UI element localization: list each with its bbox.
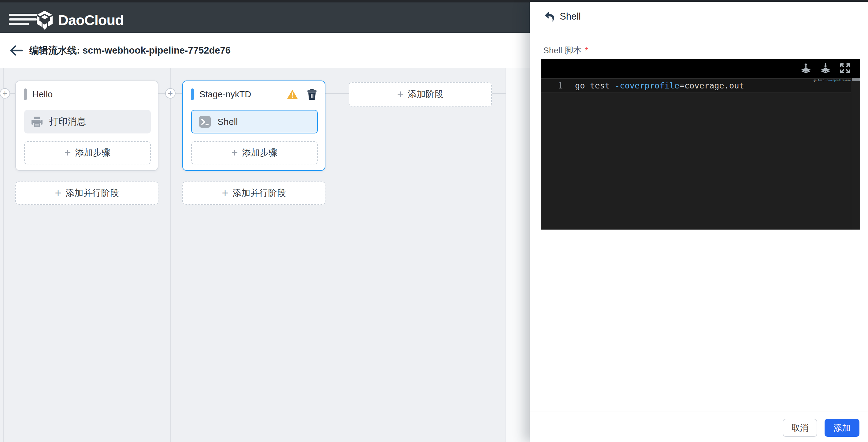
menu-icon[interactable]	[9, 11, 37, 27]
field-label: Shell 脚本*	[543, 45, 588, 56]
plus-icon: +	[64, 147, 71, 158]
fullscreen-icon[interactable]	[839, 62, 851, 74]
stage-name: Stage-nykTD	[199, 89, 251, 99]
title-bar: 编辑流水线: scm-webhook-pipeline-7752de76	[0, 33, 530, 68]
column-divider	[3, 68, 4, 442]
editor-scrollbar[interactable]	[851, 78, 860, 230]
upload-icon[interactable]	[800, 62, 812, 74]
step-label: 打印消息	[49, 115, 86, 128]
cancel-button[interactable]: 取消	[783, 419, 817, 437]
daocloud-cube-icon	[36, 11, 53, 30]
add-step-button[interactable]: + 添加步骤	[24, 141, 151, 165]
drawer-footer-divider	[530, 411, 868, 411]
insert-stage-before-button[interactable]: +	[0, 88, 10, 98]
add-parallel-stage-button[interactable]: + 添加并行阶段	[182, 181, 326, 205]
delete-stage-icon[interactable]	[307, 89, 317, 100]
stage-card-stage-nyktd[interactable]: Stage-nykTD	[182, 81, 326, 171]
step-shell[interactable]: Shell	[191, 110, 318, 134]
code-line[interactable]: 1 go test -coverprofile=coverage.out	[541, 79, 851, 92]
printer-icon	[31, 117, 42, 127]
required-mark: *	[585, 46, 588, 55]
add-button[interactable]: 添加	[825, 419, 860, 437]
plus-icon: +	[222, 188, 228, 199]
add-step-button[interactable]: + 添加步骤	[191, 141, 318, 165]
add-parallel-stage-button[interactable]: + 添加并行阶段	[15, 181, 158, 205]
scrollbar-thumb[interactable]	[852, 78, 860, 81]
plus-icon: +	[168, 89, 173, 98]
menu-bar	[9, 18, 37, 21]
add-stage-button[interactable]: + 添加阶段	[349, 82, 492, 107]
step-config-drawer: Shell Shell 脚本*	[530, 2, 868, 442]
pipeline-canvas: + + Hello 打印消息	[0, 68, 530, 442]
back-arrow-icon[interactable]	[9, 44, 24, 57]
stage-card-hello[interactable]: Hello 打印消息 + 添加步骤	[15, 81, 158, 171]
plus-icon: +	[397, 89, 403, 100]
plus-icon: +	[231, 147, 238, 158]
insert-stage-between-button[interactable]: +	[165, 88, 176, 98]
minimap[interactable]: go test -coverprofile=coverage.out	[813, 79, 851, 83]
stage-accent-bar	[191, 88, 194, 100]
shell-script-editor[interactable]: 1 go test -coverprofile=coverage.out go …	[541, 59, 860, 230]
menu-bar	[9, 14, 37, 16]
reply-arrow-icon	[543, 11, 555, 22]
terminal-icon	[199, 116, 211, 128]
canvas-end-zone	[506, 68, 530, 442]
brand-name: DaoCloud	[58, 11, 124, 28]
drawer-header: Shell	[530, 2, 868, 31]
brand-logo[interactable]: DaoCloud	[36, 5, 124, 35]
plus-icon: +	[2, 89, 7, 98]
plus-icon: +	[55, 188, 61, 199]
page-title: 编辑流水线: scm-webhook-pipeline-7752de76	[29, 33, 230, 68]
line-number: 1	[541, 81, 575, 90]
stage-name: Hello	[32, 89, 53, 99]
drawer-title: Shell	[560, 11, 581, 22]
step-print-message[interactable]: 打印消息	[24, 110, 151, 134]
download-icon[interactable]	[820, 62, 831, 74]
warning-icon	[287, 89, 298, 99]
stage-accent-bar	[24, 88, 27, 100]
stage-header: Hello	[24, 88, 150, 100]
step-label: Shell	[217, 117, 238, 127]
menu-bar	[9, 23, 29, 25]
stage-header: Stage-nykTD	[191, 88, 317, 100]
column-divider	[338, 68, 338, 442]
editor-toolbar	[541, 59, 860, 78]
